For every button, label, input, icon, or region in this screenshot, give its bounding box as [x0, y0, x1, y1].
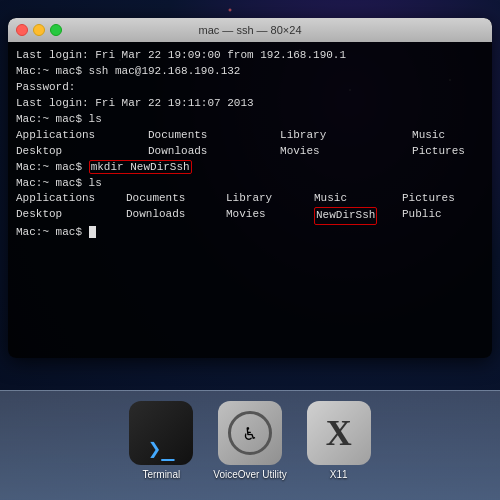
- maximize-button[interactable]: [50, 24, 62, 36]
- ls-col-newdir: NewDirSsh: [314, 207, 402, 225]
- ls-output-row2: Desktop Downloads Movies NewDirSsh Publi…: [16, 207, 484, 225]
- ls-col: Desktop: [16, 207, 126, 225]
- ls-output-row1: Applications Documents Library Music Pic…: [16, 191, 484, 207]
- dock: ❯_ Terminal ♿ VoiceOver Utility X X11: [0, 390, 500, 500]
- traffic-lights: [16, 24, 62, 36]
- window-title: mac — ssh — 80×24: [198, 24, 301, 36]
- accessibility-icon: ♿: [244, 421, 256, 446]
- terminal-content[interactable]: Last login: Fri Mar 22 19:09:00 from 192…: [8, 42, 492, 358]
- terminal-line: Mac:~ mac$ ls: [16, 112, 484, 128]
- terminal-line: Mac:~ mac$ ssh mac@192.168.190.132: [16, 64, 484, 80]
- title-bar: mac — ssh — 80×24: [8, 18, 492, 42]
- terminal-line-mkdir: Mac:~ mac$ mkdir NewDirSsh: [16, 160, 484, 176]
- minimize-button[interactable]: [33, 24, 45, 36]
- terminal-chevron-icon: ❯_: [148, 436, 175, 461]
- ls-col: Pictures: [402, 191, 482, 207]
- terminal-prompt-line: Mac:~ mac$: [16, 225, 484, 241]
- desktop: mac — ssh — 80×24 Last login: Fri Mar 22…: [0, 0, 500, 500]
- terminal-line: Applications Documents Library Music Pub…: [16, 128, 484, 144]
- ls-col: Public: [402, 207, 482, 225]
- cursor: [89, 226, 96, 238]
- ls-col: Library: [226, 191, 314, 207]
- x11-dock-icon[interactable]: X: [307, 401, 371, 465]
- ls-col: Music: [314, 191, 402, 207]
- terminal-line: Password:: [16, 80, 484, 96]
- dock-item-terminal[interactable]: ❯_ Terminal: [129, 401, 193, 480]
- close-button[interactable]: [16, 24, 28, 36]
- terminal-dock-icon[interactable]: ❯_: [129, 401, 193, 465]
- terminal-line: Last login: Fri Mar 22 19:09:00 from 192…: [16, 48, 484, 64]
- terminal-dock-label: Terminal: [142, 469, 180, 480]
- voiceover-dock-icon[interactable]: ♿: [218, 401, 282, 465]
- terminal-line: Last login: Fri Mar 22 19:11:07 2013: [16, 96, 484, 112]
- mkdir-command-highlight: mkdir NewDirSsh: [89, 160, 192, 174]
- dock-item-x11[interactable]: X X11: [307, 401, 371, 480]
- ls-col: Applications: [16, 191, 126, 207]
- terminal-line: Desktop Downloads Movies Pictures: [16, 144, 484, 160]
- x11-letter-icon: X: [326, 412, 352, 454]
- terminal-window: mac — ssh — 80×24 Last login: Fri Mar 22…: [8, 18, 492, 358]
- voiceover-circle-icon: ♿: [228, 411, 272, 455]
- ls-col: Downloads: [126, 207, 226, 225]
- ls-col: Movies: [226, 207, 314, 225]
- dock-item-voiceover[interactable]: ♿ VoiceOver Utility: [213, 401, 286, 480]
- ls-col: Documents: [126, 191, 226, 207]
- terminal-line: Mac:~ mac$ ls: [16, 176, 484, 192]
- voiceover-dock-label: VoiceOver Utility: [213, 469, 286, 480]
- newdir-highlight: NewDirSsh: [314, 207, 377, 225]
- x11-dock-label: X11: [330, 469, 348, 480]
